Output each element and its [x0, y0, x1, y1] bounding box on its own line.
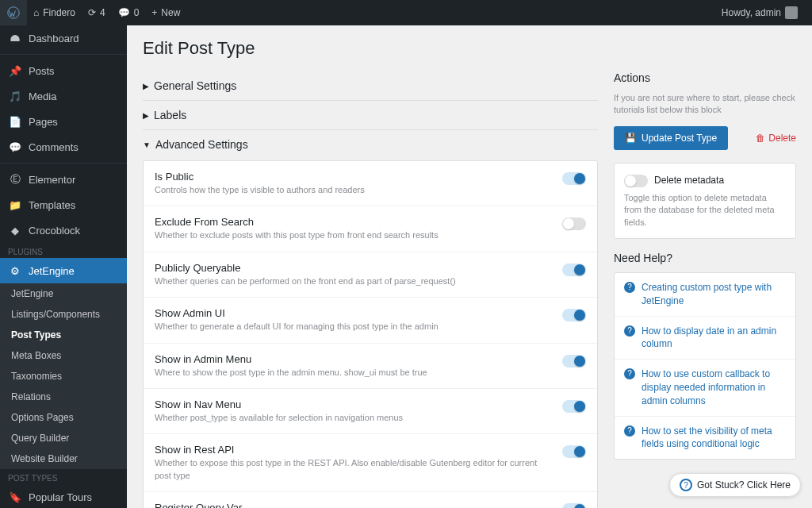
setting-desc: Where to show the post type in the admin…: [155, 367, 554, 379]
setting-row-show_rest: Show in Rest APIWhether to expose this p…: [144, 434, 597, 492]
update-post-type-button[interactable]: 💾Update Post Type: [614, 126, 728, 150]
pin-icon: 📌: [8, 64, 22, 78]
elementor-icon: Ⓔ: [8, 172, 22, 187]
help-item-2[interactable]: ?How to use custom callback to display n…: [615, 360, 795, 416]
got-stuck-button[interactable]: ? Got Stuck? Click Here: [669, 473, 801, 497]
sidebar-heading-plugins: Plugins: [0, 243, 127, 258]
updates-link[interactable]: ⟳4: [82, 0, 112, 25]
help-icon: ?: [680, 479, 692, 491]
folder-icon: 📁: [8, 198, 22, 212]
chevron-right-icon: ▶: [143, 111, 149, 120]
setting-desc: Whether to generate a default UI for man…: [155, 321, 554, 333]
section-advanced[interactable]: ▼Advanced Settings: [143, 129, 598, 159]
sidebar-item-media[interactable]: 🎵Media: [0, 83, 127, 109]
submenu-website-builder[interactable]: Website Builder: [0, 448, 127, 469]
delete-button[interactable]: 🗑Delete: [756, 133, 796, 144]
setting-row-show_admin_menu: Show in Admin MenuWhere to show the post…: [144, 344, 597, 389]
help-item-0[interactable]: ?Creating custom post type with JetEngin…: [615, 273, 795, 317]
tag-icon: 🔖: [8, 490, 22, 504]
page-title: Edit Post Type: [143, 38, 796, 59]
toggle-register_query[interactable]: [562, 503, 586, 508]
setting-desc: Whether queries can be performed on the …: [155, 275, 554, 287]
site-link[interactable]: ⌂Findero: [27, 0, 82, 25]
home-icon: ⌂: [33, 7, 39, 18]
submenu-jetengine[interactable]: JetEngine: [0, 283, 127, 304]
delete-metadata-label: Delete metadata: [654, 175, 724, 186]
actions-heading: Actions: [614, 71, 796, 84]
help-icon: ?: [624, 368, 635, 379]
section-general[interactable]: ▶General Settings: [143, 71, 598, 100]
setting-desc: Whether to expose this post type in the …: [155, 457, 554, 482]
submenu-options[interactable]: Options Pages: [0, 407, 127, 428]
jet-icon: ⚙: [8, 264, 22, 278]
submenu-listings[interactable]: Listings/Components: [0, 304, 127, 325]
setting-title: Exclude From Search: [155, 216, 554, 228]
croc-icon: ◆: [8, 223, 22, 237]
setting-row-register_query: Register Query VarSets the query_var key…: [144, 492, 597, 508]
jetengine-submenu: JetEngine Listings/Components Post Types…: [0, 283, 127, 469]
howdy-user[interactable]: Howdy, admin: [715, 0, 804, 25]
help-item-1[interactable]: ?How to display date in an admin column: [615, 317, 795, 360]
sidebar-item-popular-tours[interactable]: 🔖Popular Tours: [0, 484, 127, 508]
delete-metadata-toggle[interactable]: [624, 175, 648, 187]
toggle-show_nav[interactable]: [562, 400, 586, 413]
sidebar-item-templates[interactable]: 📁Templates: [0, 192, 127, 217]
setting-title: Is Public: [155, 171, 554, 183]
sidebar-item-jetengine[interactable]: ⚙JetEngine: [0, 258, 127, 283]
setting-title: Publicly Queryable: [155, 262, 554, 274]
delete-metadata-box: Delete metadata Toggle this option to de…: [614, 163, 796, 239]
submenu-taxonomies[interactable]: Taxonomies: [0, 366, 127, 387]
avatar: [785, 6, 798, 19]
submenu-post-types[interactable]: Post Types: [0, 325, 127, 345]
comment-icon: 💬: [118, 7, 130, 18]
need-help-heading: Need Help?: [614, 252, 796, 264]
help-icon: ?: [624, 325, 635, 337]
page-icon: 📄: [8, 114, 22, 129]
help-item-3[interactable]: ?How to set the visibility of meta field…: [615, 417, 795, 460]
media-icon: 🎵: [8, 89, 22, 103]
sidebar-item-crocoblock[interactable]: ◆Crocoblock: [0, 217, 127, 243]
chevron-down-icon: ▼: [143, 140, 151, 149]
setting-desc: Controls how the type is visible to auth…: [155, 184, 554, 196]
help-list: ?Creating custom post type with JetEngin…: [614, 272, 796, 460]
dashboard-icon: [8, 31, 22, 45]
trash-icon: 🗑: [756, 133, 765, 144]
save-icon: 💾: [625, 133, 637, 144]
setting-row-show_nav: Show in Nav MenuWhether post_type is ava…: [144, 389, 597, 434]
setting-row-exclude_search: Exclude From SearchWhether to exclude po…: [144, 206, 597, 252]
setting-title: Show in Admin Menu: [155, 353, 554, 365]
refresh-icon: ⟳: [88, 7, 96, 18]
comments-link[interactable]: 💬0: [112, 0, 146, 25]
help-icon: ?: [624, 425, 635, 437]
toggle-is_public[interactable]: [562, 172, 586, 185]
toggle-show_admin_menu[interactable]: [562, 355, 586, 368]
setting-title: Show Admin UI: [155, 307, 554, 319]
toggle-exclude_search[interactable]: [562, 217, 586, 230]
submenu-relations[interactable]: Relations: [0, 387, 127, 407]
submenu-meta-boxes[interactable]: Meta Boxes: [0, 345, 127, 366]
admin-topbar: ⌂Findero ⟳4 💬0 +New Howdy, admin: [0, 0, 812, 25]
sidebar-item-dashboard[interactable]: Dashboard: [0, 25, 127, 51]
toggle-publicly_queryable[interactable]: [562, 264, 586, 276]
setting-row-show_admin_ui: Show Admin UIWhether to generate a defau…: [144, 298, 597, 343]
comment-icon: 💬: [8, 140, 22, 154]
sidebar-item-pages[interactable]: 📄Pages: [0, 109, 127, 134]
help-icon: ?: [624, 282, 635, 293]
setting-title: Show in Rest API: [155, 444, 554, 456]
actions-help-text: If you are not sure where to start, plea…: [614, 92, 796, 117]
new-link[interactable]: +New: [145, 0, 186, 25]
setting-row-publicly_queryable: Publicly QueryableWhether queries can be…: [144, 252, 597, 298]
setting-desc: Whether to exclude posts with this post …: [155, 229, 554, 241]
setting-desc: Whether post_type is available for selec…: [155, 412, 554, 424]
toggle-show_admin_ui[interactable]: [562, 309, 586, 321]
submenu-query[interactable]: Query Builder: [0, 428, 127, 448]
chevron-right-icon: ▶: [143, 82, 149, 90]
wp-logo[interactable]: [0, 0, 27, 25]
toggle-show_rest[interactable]: [562, 445, 586, 458]
sidebar-item-comments[interactable]: 💬Comments: [0, 134, 127, 160]
sidebar-heading-posttypes: Post Types: [0, 469, 127, 484]
sidebar-item-elementor[interactable]: ⒺElementor: [0, 167, 127, 192]
admin-sidebar: Dashboard 📌Posts 🎵Media 📄Pages 💬Comments…: [0, 25, 127, 508]
sidebar-item-posts[interactable]: 📌Posts: [0, 58, 127, 83]
section-labels[interactable]: ▶Labels: [143, 100, 598, 129]
